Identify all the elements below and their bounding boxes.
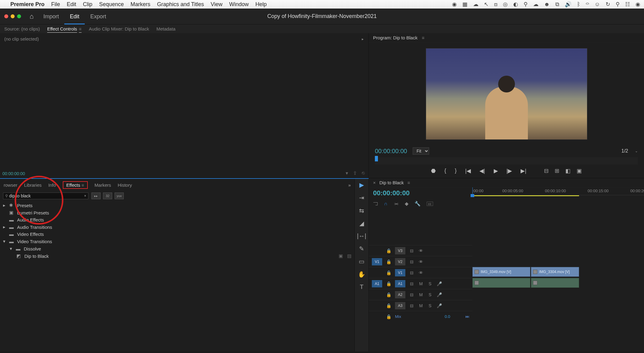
search-tray-icon[interactable]: ⚲: [524, 1, 528, 8]
lock-icon[interactable]: 🔒: [386, 270, 391, 275]
tree-dip-to-black[interactable]: ◩Dip to Black ▣▤: [3, 252, 351, 260]
zoom-dropdown-icon[interactable]: ⌄: [635, 149, 638, 153]
filter-icon[interactable]: ▾: [346, 170, 348, 176]
minimize-window-icon[interactable]: [11, 14, 15, 18]
rectangle-tool-icon[interactable]: ▭: [359, 258, 365, 265]
sync-lock-icon[interactable]: ⊟: [409, 292, 415, 297]
program-scrub-bar[interactable]: [375, 157, 638, 164]
menu-window[interactable]: Window: [229, 1, 249, 8]
eye-icon[interactable]: 👁: [418, 259, 424, 264]
control-center-icon[interactable]: ☷: [625, 1, 630, 8]
source-patch[interactable]: V1: [372, 258, 382, 265]
eye-icon[interactable]: 👁: [418, 248, 424, 253]
sync-lock-icon[interactable]: ⊟: [409, 281, 415, 286]
work-area-bar[interactable]: [472, 195, 579, 196]
mode-import[interactable]: Import: [38, 9, 64, 24]
settings-icon[interactable]: 🔧: [415, 201, 421, 207]
user-icon[interactable]: ☺: [595, 1, 600, 8]
track-header-a2[interactable]: 🔒A2⊟MS🎤: [369, 289, 472, 300]
siri-icon[interactable]: ◉: [635, 1, 640, 8]
sync-lock-icon[interactable]: ⊟: [409, 248, 415, 253]
alert-cloud-icon[interactable]: ☁: [533, 1, 539, 8]
cursor-icon[interactable]: ↖: [484, 1, 489, 8]
track-target[interactable]: A2: [395, 291, 405, 298]
program-zoom[interactable]: 1/2: [621, 148, 628, 154]
program-timecode[interactable]: 00:00:00:00: [375, 148, 407, 155]
snap-icon[interactable]: ∩: [384, 201, 388, 207]
speaker-icon[interactable]: ⏭: [465, 314, 469, 319]
solo-icon[interactable]: S: [427, 303, 433, 308]
track-select-tool-icon[interactable]: ⇥: [359, 194, 364, 201]
clear-search-icon[interactable]: ×: [84, 194, 86, 198]
tray-icon-1[interactable]: ▦: [462, 1, 468, 8]
solo-icon[interactable]: S: [427, 292, 433, 297]
menu-view[interactable]: View: [211, 1, 222, 8]
sync-lock-icon[interactable]: ⊟: [409, 303, 415, 308]
close-window-icon[interactable]: [4, 14, 8, 18]
tree-video-effects[interactable]: ▬Video Effects: [3, 231, 351, 238]
selection-tool-icon[interactable]: ▶: [359, 181, 364, 189]
lift-icon[interactable]: ⊟: [544, 167, 549, 174]
tab-libraries[interactable]: Libraries: [24, 182, 42, 188]
fit-dropdown[interactable]: Fit: [413, 147, 429, 155]
tree-dissolve[interactable]: ▾▬Dissolve: [3, 245, 351, 252]
menu-file[interactable]: File: [51, 1, 60, 8]
tree-video-transitions[interactable]: ▾▬Video Transitions: [3, 238, 351, 245]
mark-in-icon[interactable]: ⬣: [431, 167, 436, 174]
lock-icon[interactable]: 🔒: [386, 292, 391, 297]
lock-icon[interactable]: 🔒: [386, 303, 391, 308]
nest-icon[interactable]: ⫎: [373, 201, 378, 207]
panel-menu-icon[interactable]: ≡: [422, 35, 425, 40]
compare-icon[interactable]: ▣: [577, 167, 582, 174]
avatar-tray-icon[interactable]: ☻: [544, 1, 550, 8]
hand-tool-icon[interactable]: ✋: [358, 271, 365, 278]
effects-search-box[interactable]: ⚲ ×: [3, 193, 88, 199]
play-icon[interactable]: ▶: [494, 167, 498, 174]
accelerated-filter-icon[interactable]: ▸▸: [91, 193, 101, 199]
type-tool-icon[interactable]: T: [360, 283, 363, 290]
eye-icon[interactable]: 👁: [418, 270, 424, 275]
mic-icon[interactable]: 🎤: [436, 303, 442, 308]
app-name-menu[interactable]: Premiere Pro: [10, 1, 44, 8]
tab-audio-mixer[interactable]: Audio Clip Mixer: Dip to Black: [89, 26, 149, 31]
cc-icon[interactable]: ◐: [513, 1, 518, 8]
slip-tool-icon[interactable]: |↔|: [357, 232, 366, 240]
tab-effects[interactable]: Effects ≡: [63, 181, 88, 189]
mute-icon[interactable]: M: [418, 292, 424, 297]
ripple-tool-icon[interactable]: ⇆: [359, 207, 364, 214]
audio-clip[interactable]: [472, 278, 530, 288]
lock-icon[interactable]: 🔒: [386, 248, 391, 253]
step-forward-icon[interactable]: |▶: [507, 167, 512, 174]
go-to-in-icon[interactable]: |◀: [465, 167, 471, 174]
spotlight-icon[interactable]: ⚲: [616, 1, 620, 8]
track-header-v2[interactable]: V1🔒V2⊟👁: [369, 256, 472, 267]
extract-icon[interactable]: ⊞: [555, 167, 559, 174]
home-icon[interactable]: ⌂: [30, 13, 34, 20]
menu-edit[interactable]: Edit: [67, 1, 76, 8]
tree-audio-effects[interactable]: ▬Audio Effects: [3, 216, 351, 223]
clock-icon[interactable]: ↻: [606, 1, 610, 8]
playhead-icon[interactable]: [375, 156, 378, 161]
tab-effect-controls[interactable]: Effect Controls≡: [47, 26, 82, 31]
mute-icon[interactable]: M: [418, 281, 424, 286]
track-header-mix[interactable]: 🔒Mix0.0⏭: [369, 311, 472, 322]
obs-icon[interactable]: ◉: [452, 1, 457, 8]
track-target[interactable]: V1: [395, 269, 405, 276]
timeline-timecode[interactable]: 00:00:00:00: [373, 189, 410, 197]
maximize-window-icon[interactable]: [17, 14, 21, 18]
menu-sequence[interactable]: Sequence: [99, 1, 124, 8]
step-back-icon[interactable]: ◀|: [479, 167, 485, 174]
go-to-out-icon[interactable]: ▶|: [521, 167, 526, 174]
timeline-playhead[interactable]: [472, 187, 473, 195]
effects-search-input[interactable]: [9, 193, 84, 198]
screens-icon[interactable]: ⧉: [555, 1, 559, 8]
tab-source[interactable]: Source: (no clips): [4, 26, 40, 31]
mic-icon[interactable]: 🎤: [436, 292, 442, 297]
sync-lock-icon[interactable]: ⊟: [409, 259, 415, 264]
menu-markers[interactable]: Markers: [130, 1, 150, 8]
lock-icon[interactable]: 🔒: [386, 259, 391, 264]
export-frame-icon[interactable]: ⎋: [362, 170, 365, 176]
panel-menu-icon[interactable]: ≡: [81, 182, 84, 188]
track-target[interactable]: V3: [395, 247, 405, 254]
timeline-ruler[interactable]: :00:00 00:00:05:00 00:00:10:00 00:00:15:…: [472, 187, 644, 195]
